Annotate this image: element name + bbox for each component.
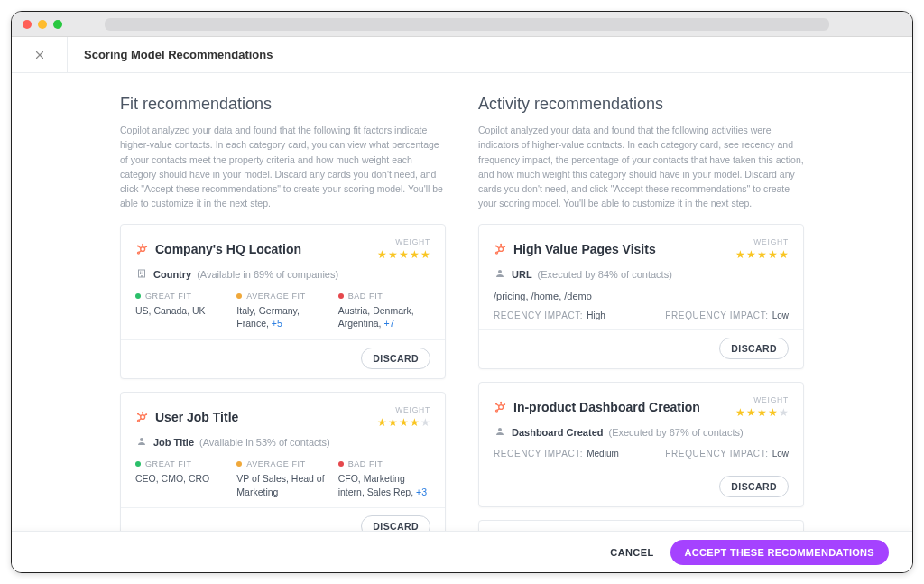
- activity-heading: Activity recommendations: [478, 95, 804, 114]
- modal-body: Fit recommendations Copilot analyzed you…: [12, 73, 912, 531]
- weight-block: WEIGHT ★★★★★: [735, 237, 789, 261]
- bad-fit-values: CFO, Marketing intern, Sales Rep, +3: [338, 472, 430, 498]
- average-fit-label: AVERAGE FIT: [246, 459, 305, 468]
- modal-title: Scoring Model Recommendations: [68, 48, 273, 61]
- window-minimize-dot[interactable]: [38, 20, 47, 29]
- recency-value: High: [587, 311, 605, 320]
- cancel-button[interactable]: CANCEL: [610, 547, 653, 558]
- star-icon: ★: [746, 406, 756, 419]
- person-icon: [494, 426, 506, 440]
- window-close-dot[interactable]: [23, 20, 32, 29]
- fit-card: User Job Title WEIGHT ★★★★★ Job Title (A…: [120, 392, 446, 531]
- weight-label: WEIGHT: [377, 237, 430, 246]
- star-icon: ★: [768, 406, 778, 419]
- weight-label: WEIGHT: [735, 237, 789, 246]
- discard-button[interactable]: DISCARD: [361, 348, 430, 369]
- dot-red-icon: [338, 293, 344, 299]
- activity-property-name: URL: [512, 269, 532, 280]
- hubspot-icon: [494, 401, 506, 413]
- fit-property-name: Country: [153, 269, 191, 280]
- frequency-label: FREQUENCY IMPACT:: [665, 311, 768, 320]
- bad-fit-label: BAD FIT: [348, 459, 383, 468]
- star-icon: ★: [377, 248, 387, 261]
- browser-titlebar: [12, 12, 912, 37]
- person-icon: [135, 436, 148, 450]
- fit-availability: (Available in 53% of contacts): [199, 437, 330, 448]
- average-fit-values: VP of Sales, Head of Marketing: [236, 472, 328, 498]
- more-link[interactable]: +7: [383, 318, 394, 329]
- close-icon: [33, 49, 46, 61]
- star-icon: ★: [388, 416, 398, 429]
- star-icon: ★: [410, 248, 420, 261]
- modal-close-button[interactable]: [12, 37, 68, 72]
- activity-card: In-product Dashboard Creation WEIGHT ★★★…: [478, 382, 804, 507]
- star-icon: ★: [399, 416, 409, 429]
- great-fit-label: GREAT FIT: [145, 292, 192, 301]
- frequency-value: Low: [772, 311, 789, 320]
- activity-card-title: In-product Dashboard Creation: [513, 400, 700, 414]
- dot-orange-icon: [236, 293, 242, 299]
- discard-button[interactable]: DISCARD: [361, 515, 430, 531]
- weight-stars: ★★★★★: [735, 406, 789, 419]
- star-icon: ★: [377, 416, 387, 429]
- star-icon: ★: [757, 406, 767, 419]
- modal-header: Scoring Model Recommendations: [12, 37, 912, 73]
- browser-window: Scoring Model Recommendations Fit recomm…: [11, 11, 913, 573]
- window-zoom-dot[interactable]: [53, 20, 62, 29]
- fit-card: Company's HQ Location WEIGHT ★★★★★ Count…: [120, 224, 446, 379]
- star-icon: ★: [757, 248, 767, 261]
- dot-orange-icon: [236, 461, 242, 467]
- fit-heading: Fit recommendations: [120, 95, 446, 114]
- star-icon: ★: [735, 248, 745, 261]
- dot-green-icon: [135, 461, 141, 467]
- star-icon: ★: [779, 406, 789, 419]
- star-icon: ★: [420, 248, 430, 261]
- star-icon: ★: [420, 416, 430, 429]
- fit-property-name: Job Title: [153, 437, 194, 448]
- dot-red-icon: [338, 461, 344, 467]
- activity-property-name: Dashboard Created: [512, 427, 603, 438]
- fit-column: Fit recommendations Copilot analyzed you…: [120, 95, 446, 531]
- activity-card: High Value Pages Visits WEIGHT ★★★★★ URL…: [478, 224, 804, 369]
- address-bar[interactable]: [105, 18, 829, 31]
- star-icon: ★: [399, 248, 409, 261]
- activity-card: Webinar Sign-Up WEIGHT ★★★★★ GoToWebinar…: [478, 520, 804, 531]
- discard-button[interactable]: DISCARD: [719, 476, 789, 497]
- weight-stars: ★★★★★: [377, 248, 430, 261]
- weight-block: WEIGHT ★★★★★: [377, 405, 430, 429]
- recency-label: RECENCY IMPACT:: [494, 311, 583, 320]
- star-icon: ★: [410, 416, 420, 429]
- weight-block: WEIGHT ★★★★★: [735, 395, 789, 419]
- activity-availability: (Executed by 84% of contacts): [538, 269, 672, 280]
- weight-stars: ★★★★★: [735, 248, 789, 261]
- great-fit-values: CEO, CMO, CRO: [135, 472, 227, 486]
- activity-column: Activity recommendations Copilot analyze…: [478, 95, 804, 531]
- activity-values: /pricing, /home, /demo: [494, 291, 789, 301]
- frequency-value: Low: [772, 449, 789, 459]
- recency-label: RECENCY IMPACT:: [494, 449, 583, 459]
- activity-description: Copilot analyzed your data and found tha…: [478, 123, 804, 211]
- more-link[interactable]: +3: [416, 487, 427, 497]
- modal-footer: CANCEL ACCEPT THESE RECOMMENDATIONS: [12, 531, 912, 572]
- star-icon: ★: [768, 248, 778, 261]
- person-icon: [494, 268, 506, 282]
- fit-card-title: User Job Title: [155, 410, 238, 424]
- bad-fit-label: BAD FIT: [348, 292, 383, 301]
- recency-value: Medium: [587, 449, 619, 459]
- more-link[interactable]: +5: [272, 318, 282, 329]
- weight-label: WEIGHT: [377, 405, 430, 414]
- weight-label: WEIGHT: [735, 395, 789, 404]
- great-fit-label: GREAT FIT: [145, 459, 192, 468]
- star-icon: ★: [746, 248, 756, 261]
- building-icon: [135, 268, 148, 282]
- fit-availability: (Available in 69% of companies): [197, 269, 338, 280]
- bad-fit-values: Austria, Denmark, Argentina, +7: [338, 304, 430, 330]
- discard-button[interactable]: DISCARD: [719, 338, 789, 359]
- average-fit-label: AVERAGE FIT: [246, 292, 305, 301]
- star-icon: ★: [779, 248, 789, 261]
- accept-recommendations-button[interactable]: ACCEPT THESE RECOMMENDATIONS: [670, 540, 889, 565]
- hubspot-icon: [135, 243, 148, 255]
- fit-card-title: Company's HQ Location: [155, 242, 301, 256]
- great-fit-values: US, Canada, UK: [135, 304, 227, 318]
- frequency-label: FREQUENCY IMPACT:: [665, 449, 768, 459]
